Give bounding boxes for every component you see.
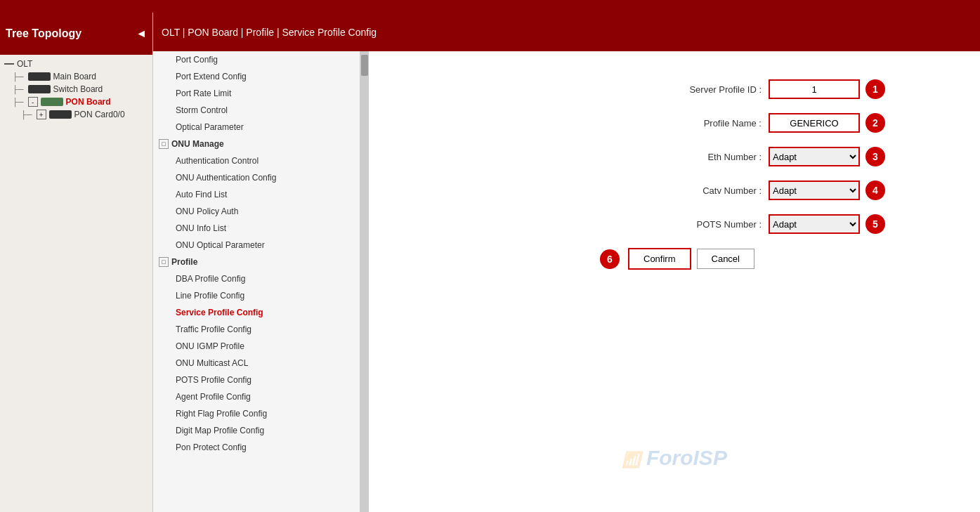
- server-profile-id-label: Server Profile ID :: [649, 84, 762, 95]
- menu-item-dba-profile[interactable]: DBA Profile Config: [153, 270, 360, 287]
- connector-icon: ├─: [13, 85, 24, 93]
- breadcrumb: OLT | PON Board | Profile | Service Prof…: [162, 27, 377, 38]
- form-area: Server Profile ID : 1 Profile Name : 2 E…: [464, 79, 885, 270]
- menu-group-onu-manage[interactable]: □ ONU Manage: [153, 136, 360, 152]
- eth-number-label: Eth Number :: [649, 152, 762, 162]
- pots-number-row: POTS Number : Adapt 0 1 2 4 5: [464, 214, 885, 234]
- profile-label: Profile: [171, 257, 197, 267]
- scrollbar[interactable]: [360, 51, 369, 512]
- cancel-button[interactable]: Cancel: [697, 249, 754, 269]
- menu-item-port-config[interactable]: Port Config: [153, 51, 360, 68]
- group-checkbox-profile: □: [159, 257, 169, 267]
- menu-group-profile[interactable]: □ Profile: [153, 254, 360, 270]
- menu-item-service-profile[interactable]: Service Profile Config: [153, 304, 360, 321]
- pon-board-label: PON Board: [66, 97, 111, 107]
- connector-icon: ├─: [21, 110, 32, 119]
- step-badge-1: 1: [865, 79, 885, 99]
- onu-manage-label: ONU Manage: [171, 139, 224, 149]
- breadcrumb-bar: OLT | PON Board | Profile | Service Prof…: [153, 13, 980, 51]
- eth-number-select[interactable]: Adapt 0 1 2 4 8: [769, 147, 860, 166]
- sidebar: Tree Topology ◄ OLT ├─ Main Board ├─ Swi…: [0, 13, 153, 512]
- pon-board-device-icon: [41, 98, 63, 106]
- menu-item-onu-info-list[interactable]: ONU Info List: [153, 220, 360, 237]
- connector-icon: ├─: [13, 98, 24, 106]
- menu-item-onu-optical-param[interactable]: ONU Optical Parameter: [153, 237, 360, 254]
- menu-item-auth-control[interactable]: Authentication Control: [153, 152, 360, 169]
- expand-icon-small[interactable]: +: [37, 110, 46, 119]
- menu-item-port-rate-limit[interactable]: Port Rate Limit: [153, 85, 360, 102]
- profile-name-input[interactable]: [769, 113, 860, 133]
- watermark: 📶 ForoISP: [622, 446, 727, 470]
- menu-item-storm-control[interactable]: Storm Control: [153, 102, 360, 119]
- right-panel: OLT | PON Board | Profile | Service Prof…: [153, 13, 980, 512]
- step-badge-2: 2: [865, 113, 885, 133]
- sidebar-tree: OLT ├─ Main Board ├─ Switch Board ├─ - P…: [0, 55, 152, 512]
- eth-number-row: Eth Number : Adapt 0 1 2 4 8 3: [464, 147, 885, 166]
- switch-board-device-icon: [28, 85, 51, 93]
- menu-item-line-profile[interactable]: Line Profile Config: [153, 287, 360, 304]
- sidebar-item-pon-board[interactable]: ├─ - PON Board: [0, 96, 152, 108]
- step-badge-4: 4: [865, 180, 885, 200]
- pon-card-device-icon: [49, 110, 72, 119]
- content-area: Port Config Port Extend Config Port Rate…: [153, 51, 980, 512]
- profile-name-label: Profile Name :: [649, 118, 762, 129]
- sidebar-item-olt[interactable]: OLT: [0, 58, 152, 70]
- menu-item-optical-parameter[interactable]: Optical Parameter: [153, 119, 360, 136]
- server-profile-id-input[interactable]: [769, 79, 860, 99]
- pots-number-label: POTS Number :: [649, 219, 762, 230]
- menu-item-onu-igmp-profile[interactable]: ONU IGMP Profile: [153, 338, 360, 355]
- catv-number-row: Catv Number : Adapt 0 1 4: [464, 180, 885, 200]
- confirm-button[interactable]: Confirm: [628, 248, 691, 270]
- sidebar-title: Tree Topology: [6, 27, 81, 40]
- olt-line-icon: [4, 63, 14, 65]
- menu-item-auto-find-list[interactable]: Auto Find List: [153, 186, 360, 203]
- main-content: Server Profile ID : 1 Profile Name : 2 E…: [369, 51, 980, 512]
- menu-item-pon-protect[interactable]: Pon Protect Config: [153, 439, 360, 456]
- menu-item-onu-multicast-acl[interactable]: ONU Multicast ACL: [153, 355, 360, 372]
- menu-item-agent-profile[interactable]: Agent Profile Config: [153, 388, 360, 405]
- left-menu: Port Config Port Extend Config Port Rate…: [153, 51, 360, 512]
- menu-item-onu-auth-config[interactable]: ONU Authentication Config: [153, 169, 360, 186]
- top-bar: [0, 0, 980, 13]
- connector-icon: ├─: [13, 72, 24, 81]
- switch-board-label: Switch Board: [53, 84, 103, 94]
- menu-item-onu-policy-auth[interactable]: ONU Policy Auth: [153, 203, 360, 220]
- step-badge-6: 6: [600, 249, 620, 269]
- menu-item-traffic-profile[interactable]: Traffic Profile Config: [153, 321, 360, 338]
- scroll-thumb[interactable]: [361, 55, 368, 76]
- expand-icon[interactable]: -: [28, 97, 38, 107]
- profile-name-row: Profile Name : 2: [464, 113, 885, 133]
- menu-item-right-flag-profile[interactable]: Right Flag Profile Config: [153, 405, 360, 422]
- sidebar-item-main-board[interactable]: ├─ Main Board: [0, 70, 152, 83]
- menu-item-pots-profile[interactable]: POTS Profile Config: [153, 372, 360, 388]
- menu-item-port-extend-config[interactable]: Port Extend Config: [153, 68, 360, 85]
- step-badge-5: 5: [865, 214, 885, 234]
- menu-item-digit-map-profile[interactable]: Digit Map Profile Config: [153, 422, 360, 439]
- sidebar-item-pon-card[interactable]: ├─ + PON Card0/0: [0, 108, 152, 121]
- sidebar-collapse-arrow[interactable]: ◄: [136, 27, 147, 40]
- group-checkbox-onu: □: [159, 139, 169, 149]
- main-board-label: Main Board: [53, 72, 96, 81]
- sidebar-item-switch-board[interactable]: ├─ Switch Board: [0, 83, 152, 96]
- pon-card-label: PON Card0/0: [74, 110, 125, 119]
- buttons-row: 6 Confirm Cancel: [464, 248, 885, 270]
- pots-number-select[interactable]: Adapt 0 1 2 4: [769, 214, 860, 234]
- olt-label: OLT: [17, 59, 32, 69]
- main-board-device-icon: [28, 72, 51, 81]
- server-profile-id-row: Server Profile ID : 1: [464, 79, 885, 99]
- catv-number-label: Catv Number :: [649, 185, 762, 196]
- catv-number-select[interactable]: Adapt 0 1: [769, 180, 860, 200]
- step-badge-3: 3: [865, 147, 885, 166]
- sidebar-header: Tree Topology ◄: [0, 13, 152, 55]
